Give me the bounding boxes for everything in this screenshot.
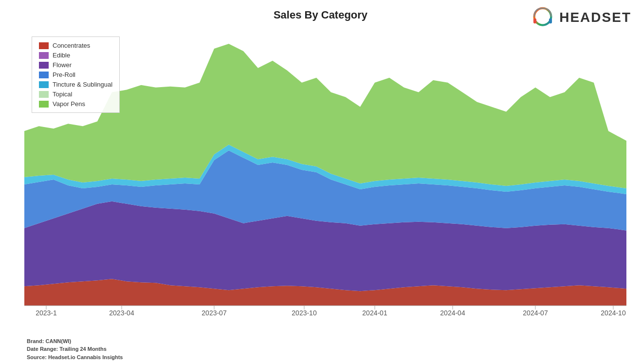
legend-item-edible: Edible — [39, 52, 112, 59]
headset-logo: HEADSET — [530, 5, 631, 30]
flower-label: Flower — [53, 61, 72, 69]
preroll-swatch — [39, 72, 49, 78]
brand-value: CANN(WI) — [46, 338, 72, 344]
tincture-swatch — [39, 81, 49, 88]
concentrates-label: Concentrates — [53, 42, 90, 49]
svg-text:2024-01: 2024-01 — [362, 309, 387, 317]
svg-rect-1 — [533, 18, 536, 23]
legend-item-concentrates: Concentrates — [39, 42, 112, 49]
vaporpens-swatch — [39, 101, 49, 108]
source-label: Source: — [27, 354, 47, 360]
concentrates-swatch — [39, 42, 49, 49]
chart-title: Sales By Category — [274, 9, 367, 21]
svg-text:2023-10: 2023-10 — [292, 309, 317, 317]
edible-swatch — [39, 52, 49, 59]
legend-item-tincture: Tincture & Sublingual — [39, 81, 112, 88]
svg-text:2023-07: 2023-07 — [201, 309, 227, 317]
tincture-label: Tincture & Sublingual — [53, 81, 112, 88]
edible-label: Edible — [53, 52, 70, 59]
svg-text:2024-04: 2024-04 — [440, 309, 465, 317]
topical-label: Topical — [53, 91, 72, 98]
legend-item-vaporpens: Vapor Pens — [39, 100, 112, 108]
date-range-label: Date Range: — [27, 346, 58, 352]
legend-item-preroll: Pre-Roll — [39, 71, 112, 78]
logo-text: HEADSET — [559, 10, 631, 25]
svg-rect-2 — [549, 18, 552, 23]
topical-swatch — [39, 91, 49, 98]
svg-text:2023-1: 2023-1 — [36, 309, 57, 317]
footer-info: Brand: CANN(WI) Date Range: Trailing 24 … — [27, 337, 123, 362]
vaporpens-label: Vapor Pens — [53, 100, 85, 108]
brand-label: Brand: — [27, 338, 44, 344]
source-value: Headset.io Cannabis Insights — [48, 354, 123, 360]
svg-text:2024-10: 2024-10 — [601, 309, 626, 317]
header: HEADSET — [530, 5, 631, 30]
preroll-label: Pre-Roll — [53, 71, 75, 78]
headset-logo-icon — [530, 5, 555, 30]
chart-legend: Concentrates Edible Flower Pre-Roll Tinc… — [32, 36, 120, 113]
flower-swatch — [39, 62, 49, 69]
legend-item-topical: Topical — [39, 91, 112, 98]
svg-text:2024-07: 2024-07 — [523, 309, 548, 317]
page-container: HEADSET Sales By Category Concentrates E… — [0, 0, 641, 364]
date-range-value: Trailing 24 Months — [59, 346, 107, 352]
legend-item-flower: Flower — [39, 61, 112, 69]
svg-text:2023-04: 2023-04 — [109, 309, 134, 317]
